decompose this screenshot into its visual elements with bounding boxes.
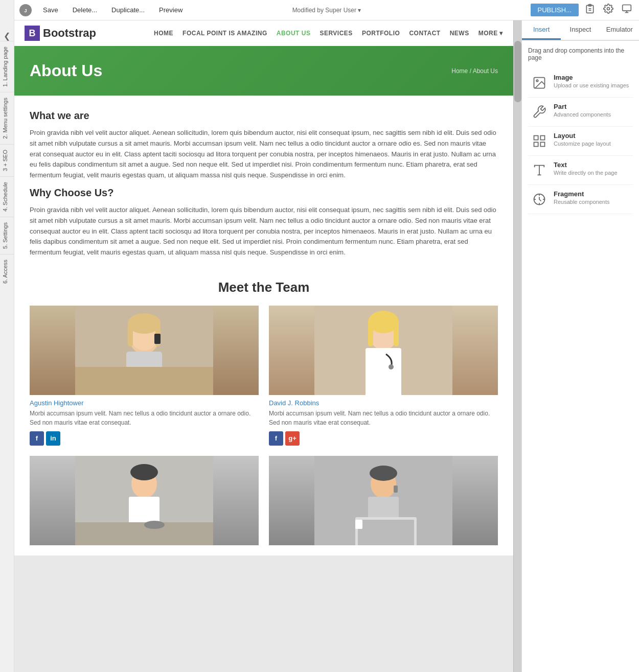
page-canvas[interactable]: B Bootstrap HOME FOCAL POINT IS AMAZING … bbox=[14, 20, 513, 672]
breadcrumb: Home / About Us bbox=[451, 67, 498, 75]
component-fragment[interactable]: Fragment Reusable components bbox=[528, 185, 633, 214]
scroll-bar[interactable] bbox=[513, 20, 521, 672]
svg-rect-45 bbox=[540, 142, 544, 146]
social-facebook-1[interactable]: f bbox=[30, 431, 44, 446]
nav-home[interactable]: HOME bbox=[154, 30, 173, 37]
sidebar-item-schedule[interactable]: 4. Schedule bbox=[0, 176, 14, 217]
sidebar-item-seo[interactable]: 3 + SEO bbox=[0, 144, 14, 176]
team-photo-2 bbox=[269, 306, 498, 395]
team-name-1: Agustin Hightower bbox=[30, 399, 259, 407]
layout-icon bbox=[530, 132, 549, 150]
component-fragment-info: Fragment Reusable components bbox=[554, 190, 609, 205]
sidebar-item-access[interactable]: 6. Access bbox=[0, 254, 14, 289]
logo-letter: B bbox=[29, 28, 36, 39]
component-fragment-desc: Reusable components bbox=[554, 199, 609, 205]
nav-more[interactable]: MORE bbox=[478, 30, 503, 37]
sidebar-item-settings[interactable]: 5. Settings bbox=[0, 217, 14, 254]
nav-contact[interactable]: CONTACT bbox=[409, 30, 440, 37]
site-content: B Bootstrap HOME FOCAL POINT IS AMAZING … bbox=[14, 20, 513, 555]
team-card-4 bbox=[269, 456, 498, 545]
svg-point-6 bbox=[607, 8, 610, 10]
social-facebook-2[interactable]: f bbox=[269, 431, 283, 446]
team-section: Meet the Team bbox=[14, 274, 513, 555]
component-layout-info: Layout Customize page layout bbox=[554, 132, 611, 147]
svg-rect-43 bbox=[540, 136, 544, 140]
svg-rect-15 bbox=[128, 323, 133, 346]
svg-point-25 bbox=[389, 364, 394, 369]
svg-text:J: J bbox=[24, 7, 27, 13]
main-wrapper: J Save Delete... Duplicate... Preview Mo… bbox=[14, 0, 639, 672]
component-text-desc: Write directly on the page bbox=[554, 170, 618, 176]
svg-rect-30 bbox=[75, 522, 213, 545]
left-sidebar: ❮ 1. Landing page 2. Menu settings 3 + S… bbox=[0, 0, 14, 672]
component-part[interactable]: Part Advanced components bbox=[528, 98, 633, 127]
team-grid: Agustin Hightower Morbi accumsan ipsum v… bbox=[30, 306, 498, 545]
svg-rect-24 bbox=[366, 348, 401, 395]
component-part-info: Part Advanced components bbox=[554, 103, 611, 118]
tab-emulator[interactable]: Emulator bbox=[600, 20, 639, 40]
nav-about[interactable]: ABOUT US bbox=[277, 30, 311, 37]
team-bio-2: Morbi accumsan ipsum velit. Nam nec tell… bbox=[269, 409, 498, 427]
nav-focal[interactable]: FOCAL POINT IS AMAZING bbox=[182, 30, 267, 37]
svg-point-28 bbox=[130, 464, 158, 480]
panel-body: Drag and drop components into the page I… bbox=[522, 41, 639, 672]
nav-news[interactable]: NEWS bbox=[450, 30, 469, 37]
monitor-icon-button[interactable] bbox=[620, 3, 634, 17]
text-icon bbox=[530, 161, 549, 179]
component-layout[interactable]: Layout Customize page layout bbox=[528, 127, 633, 156]
hero-banner: About Us Home / About Us bbox=[14, 46, 513, 96]
sidebar-item-menu[interactable]: 2. Menu settings bbox=[0, 92, 14, 144]
save-button[interactable]: Save bbox=[40, 4, 61, 16]
svg-rect-37 bbox=[358, 520, 414, 545]
team-card-2: David J. Robbins Morbi accumsan ipsum ve… bbox=[269, 306, 498, 446]
settings-icon-button[interactable] bbox=[601, 3, 615, 17]
sidebar-item-landing[interactable]: 1. Landing page bbox=[0, 41, 14, 92]
component-fragment-title: Fragment bbox=[554, 190, 609, 198]
component-image-desc: Upload or use existing images bbox=[554, 82, 629, 88]
article-content: What we are Proin gravida nibh vel velit… bbox=[14, 96, 513, 274]
svg-rect-38 bbox=[394, 485, 398, 493]
team-bio-1: Morbi accumsan ipsum velit. Nam nec tell… bbox=[30, 409, 259, 427]
toolbar-right-actions: PUBLISH... bbox=[531, 3, 634, 17]
duplicate-button[interactable]: Duplicate... bbox=[108, 4, 148, 16]
component-text[interactable]: Text Write directly on the page bbox=[528, 156, 633, 185]
drag-drop-hint: Drag and drop components into the page bbox=[528, 47, 633, 61]
svg-rect-42 bbox=[534, 136, 538, 140]
modified-info: Modified by Super User ▾ bbox=[292, 7, 361, 14]
section2-title: Why Choose Us? bbox=[30, 187, 498, 199]
nav-services[interactable]: SERVICES bbox=[320, 30, 352, 37]
section2-paragraph1: Proin gravida nibh vel velit auctor aliq… bbox=[30, 205, 498, 258]
delete-button[interactable]: Delete... bbox=[70, 4, 100, 16]
component-image[interactable]: Image Upload or use existing images bbox=[528, 68, 633, 98]
svg-rect-17 bbox=[154, 334, 161, 344]
svg-point-41 bbox=[536, 80, 538, 82]
svg-rect-22 bbox=[368, 321, 373, 346]
team-title: Meet the Team bbox=[30, 280, 498, 295]
svg-rect-7 bbox=[623, 5, 631, 11]
toolbar: J Save Delete... Duplicate... Preview Mo… bbox=[14, 0, 639, 20]
logo-box: B bbox=[25, 26, 40, 41]
social-linkedin-1[interactable]: in bbox=[46, 431, 60, 446]
modified-dropdown[interactable]: ▾ bbox=[358, 7, 361, 14]
section1-paragraph1: Proin gravida nibh vel velit auctor aliq… bbox=[30, 128, 498, 181]
tab-insert[interactable]: Insert bbox=[522, 20, 561, 40]
image-icon bbox=[530, 74, 549, 92]
svg-rect-18 bbox=[75, 367, 213, 395]
component-image-title: Image bbox=[554, 74, 629, 81]
publish-button[interactable]: PUBLISH... bbox=[531, 4, 579, 16]
svg-point-31 bbox=[144, 521, 165, 529]
preview-button[interactable]: Preview bbox=[156, 4, 186, 16]
component-text-title: Text bbox=[554, 161, 618, 169]
fragment-icon bbox=[530, 190, 549, 208]
component-text-info: Text Write directly on the page bbox=[554, 161, 618, 176]
clipboard-icon-button[interactable] bbox=[583, 3, 597, 17]
nav-links: HOME FOCAL POINT IS AMAZING ABOUT US SER… bbox=[154, 30, 503, 37]
nav-portfolio[interactable]: PORTFOLIO bbox=[362, 30, 400, 37]
logo-text: Bootstrap bbox=[43, 27, 96, 40]
content-area: B Bootstrap HOME FOCAL POINT IS AMAZING … bbox=[14, 20, 639, 672]
social-googleplus-2[interactable]: g+ bbox=[285, 431, 300, 446]
tab-inspect[interactable]: Inspect bbox=[561, 20, 600, 40]
svg-rect-39 bbox=[355, 520, 362, 529]
component-layout-desc: Customize page layout bbox=[554, 141, 611, 147]
site-navigation: B Bootstrap HOME FOCAL POINT IS AMAZING … bbox=[14, 20, 513, 46]
